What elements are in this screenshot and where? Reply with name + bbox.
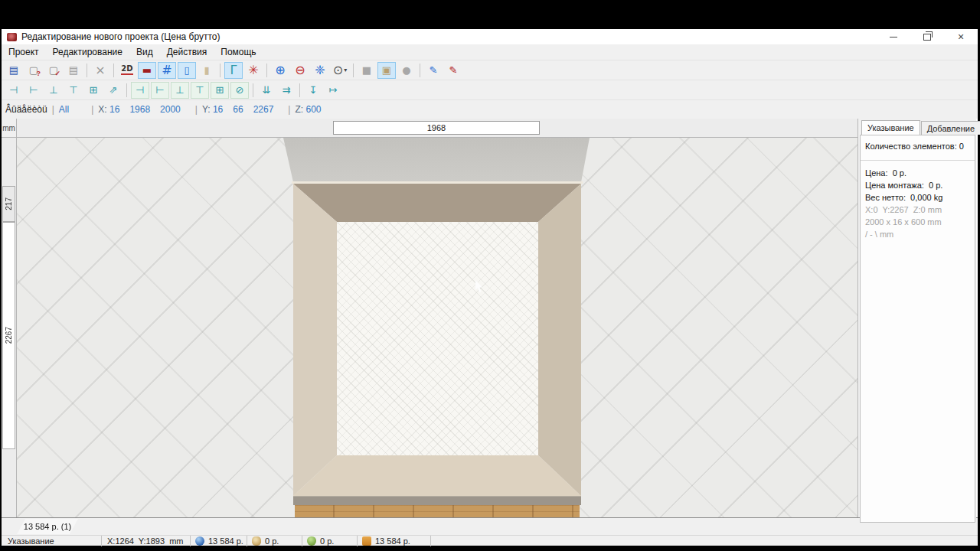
viewport-3d[interactable] — [17, 138, 858, 517]
right-panel-tabs: Указывание Добавление — [860, 119, 976, 135]
zoom-fit-icon[interactable]: ❈ — [311, 62, 329, 79]
menu-actions[interactable]: Действия — [160, 45, 214, 59]
app-window: Редактирование нового проекта (Цена брут… — [2, 29, 978, 546]
panel-bottom-icon[interactable]: ⊤ — [64, 82, 83, 99]
grid-icon[interactable]: # — [158, 62, 176, 79]
y-label: Y: — [202, 104, 211, 115]
new-question-icon[interactable]: ▢? — [24, 62, 43, 79]
delete-icon[interactable]: × — [91, 62, 109, 79]
status-total-2: 0 р. — [252, 536, 279, 546]
menu-view[interactable]: Вид — [129, 45, 160, 59]
separator — [302, 536, 302, 546]
menu-project[interactable]: Проект — [2, 45, 46, 59]
insert-box-icon[interactable]: ⊞ — [211, 82, 229, 99]
section-view-icon[interactable]: ▬ — [138, 62, 156, 79]
fit-height-icon-glyph: ↧ — [309, 85, 318, 95]
edit-add-icon[interactable]: ✎ — [424, 62, 443, 79]
panel-right-icon[interactable]: ⊢ — [24, 82, 43, 99]
grid-icon-glyph: # — [162, 64, 172, 77]
size-row: 2000 x 16 x 600 mm — [865, 216, 970, 228]
toolbar-separator — [299, 83, 300, 97]
print-icon[interactable]: ▤ — [64, 62, 83, 79]
insert-left-icon[interactable]: ⊣ — [131, 82, 149, 99]
save-icon[interactable]: ▤ — [5, 62, 23, 79]
status-total-1: 13 584 р. — [195, 536, 243, 546]
contour-icon-glyph: ▯ — [184, 65, 189, 75]
render-sphere-icon-glyph: ● — [402, 65, 410, 75]
zoom-select-icon[interactable]: ⊙▾ — [331, 62, 349, 79]
price-row: Цена: 0 р. — [865, 167, 970, 179]
niche-top-panel[interactable] — [293, 184, 581, 222]
vertical-ruler-upper-value: 217 — [5, 197, 13, 210]
price-value: 0 р. — [893, 168, 906, 178]
room-floor-wood — [295, 505, 580, 517]
zoom-in-icon[interactable]: ⊕ — [271, 62, 289, 79]
render-overlay-icon[interactable]: ▣ — [377, 62, 396, 79]
weight-value: 0,000 kg — [910, 193, 942, 202]
render-sphere-icon[interactable]: ● — [397, 62, 416, 79]
insert-right-icon[interactable]: ⊢ — [151, 82, 169, 99]
selection-filter-bar: Âûäåëèòü | All | X: 16 1968 2000 | Y: 16… — [2, 99, 978, 119]
montage-value: 0 р. — [929, 181, 942, 190]
horizontal-ruler-value: 1968 — [333, 121, 540, 135]
separator — [357, 536, 358, 546]
dimensions-2d-icon[interactable]: 2D — [118, 62, 136, 79]
panel-back-icon[interactable]: ⊞ — [84, 82, 103, 99]
panel-left-icon[interactable]: ⊣ — [5, 82, 23, 99]
panel-free-icon[interactable]: ⇗ — [104, 82, 122, 99]
panel-top-icon[interactable]: ⊥ — [44, 82, 63, 99]
fit-width-icon[interactable]: ↦ — [324, 82, 342, 99]
separator — [247, 536, 247, 546]
fit-height-icon[interactable]: ↧ — [304, 82, 322, 99]
tab-dobavlenie[interactable]: Добавление — [921, 121, 980, 135]
price-label: Цена: — [865, 168, 888, 178]
y-value-2: 66 — [233, 104, 243, 115]
niche-left-panel[interactable] — [293, 184, 337, 496]
spacing-horizontal-icon[interactable]: ⇉ — [277, 82, 296, 99]
project-sheet-tab[interactable]: 13 584 р. (1) — [17, 519, 78, 534]
corner-axes-icon[interactable]: Γ — [224, 62, 243, 79]
filter-all-value[interactable]: All — [59, 104, 69, 115]
panel-left-icon-glyph: ⊣ — [9, 85, 18, 95]
toolbar-main: ▤▢?▢✓▤×2D▬#▯▮Γ✳⊕⊖❈⊙▾■▣●✎✎ — [2, 60, 978, 80]
insert-top-icon-glyph: ⊥ — [175, 85, 184, 95]
status-total-4: 13 584 р. — [362, 536, 410, 546]
wardrobe-niche — [293, 184, 581, 505]
edit-remove-icon-glyph: ✎ — [449, 65, 458, 75]
insert-top-icon[interactable]: ⊥ — [171, 82, 189, 99]
ruler-unit-label: mm — [2, 119, 17, 138]
selection-details: Цена: 0 р. Цена монтажа: 0 р. Вес нетто:… — [861, 161, 975, 246]
new-check-icon[interactable]: ▢✓ — [44, 62, 63, 79]
toolbar-separator — [266, 64, 267, 77]
niche-back-wall[interactable] — [337, 222, 538, 455]
menu-edit[interactable]: Редактирование — [46, 45, 129, 59]
texture-panel-icon[interactable]: ▮ — [198, 62, 216, 79]
zoom-in-icon-glyph: ⊕ — [275, 64, 285, 77]
vertical-ruler-upper: 217 — [2, 186, 15, 222]
insert-bottom-icon[interactable]: ⊤ — [191, 82, 209, 99]
niche-bottom-panel[interactable] — [293, 455, 581, 496]
niche-right-panel[interactable] — [538, 184, 581, 496]
y-value-1: 16 — [213, 104, 223, 115]
status-total-3: 0 р. — [307, 536, 334, 546]
x-value-2: 1968 — [129, 104, 150, 115]
new-question-icon-overlay: ? — [37, 70, 41, 77]
right-panel: Указывание Добавление Количество элемент… — [860, 119, 976, 530]
snap-star-icon[interactable]: ✳ — [244, 62, 263, 79]
niche-plinth-edge — [293, 496, 581, 505]
menu-help[interactable]: Помощь — [214, 45, 263, 59]
delete-icon-glyph: × — [95, 64, 105, 77]
x-value-3: 2000 — [160, 104, 181, 115]
close-icon[interactable]: × — [944, 29, 978, 44]
edit-remove-icon[interactable]: ✎ — [444, 62, 462, 79]
zoom-out-icon[interactable]: ⊖ — [291, 62, 309, 79]
contour-icon[interactable]: ▯ — [178, 62, 196, 79]
minimize-icon[interactable] — [877, 29, 910, 44]
restore-icon[interactable] — [910, 29, 944, 44]
render-solid-icon[interactable]: ■ — [358, 62, 376, 79]
insert-none-icon[interactable]: ⊘ — [230, 82, 249, 99]
spacing-vertical-icon[interactable]: ⇊ — [257, 82, 276, 99]
y-value-3: 2267 — [253, 104, 274, 115]
tab-ukazyvanie[interactable]: Указывание — [861, 120, 920, 135]
x-value-1: 16 — [109, 104, 119, 115]
